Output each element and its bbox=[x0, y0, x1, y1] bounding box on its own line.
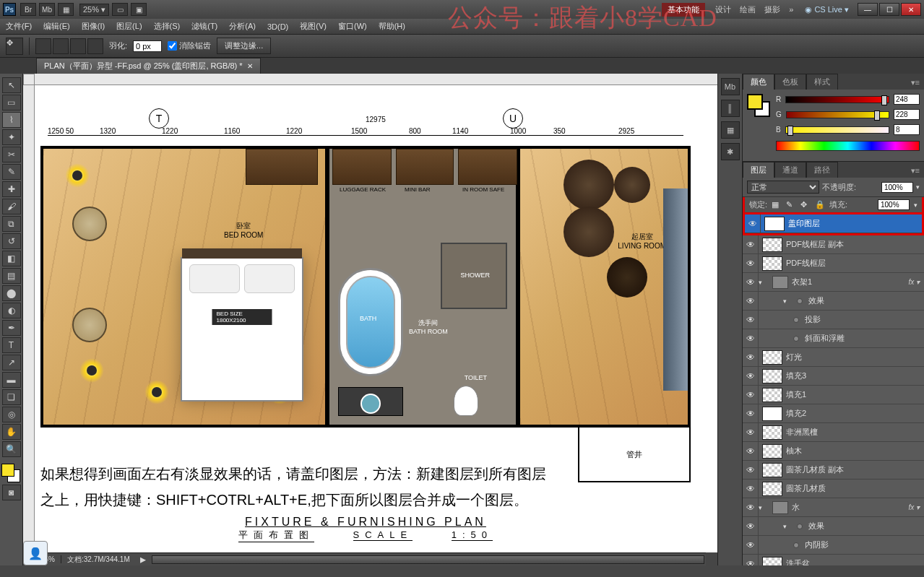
visibility-icon[interactable]: 👁 bbox=[743, 348, 759, 366]
visibility-icon[interactable]: 👁 bbox=[743, 498, 759, 516]
visibility-icon[interactable]: 👁 bbox=[743, 536, 759, 554]
g-input[interactable] bbox=[894, 109, 920, 120]
selection-new-icon[interactable] bbox=[35, 38, 51, 54]
stamp-tool[interactable]: ⧉ bbox=[2, 216, 21, 232]
selection-intersect-icon[interactable] bbox=[87, 38, 103, 54]
menu-analysis[interactable]: 分析(A) bbox=[223, 21, 262, 32]
lasso-tool[interactable]: ⌇ bbox=[2, 112, 21, 128]
layer-row[interactable]: 👁圆茶几材质 副本 bbox=[743, 461, 924, 480]
crop-tool[interactable]: ✂ bbox=[2, 147, 21, 162]
visibility-icon[interactable]: 👁 bbox=[745, 214, 761, 233]
g-slider[interactable] bbox=[786, 111, 889, 118]
wand-tool[interactable]: ✦ bbox=[2, 129, 21, 145]
antialias-checkbox[interactable]: 消除锯齿 bbox=[168, 40, 211, 51]
marquee-tool[interactable]: ▭ bbox=[2, 95, 21, 110]
view-extras-icon[interactable]: ▦ bbox=[58, 3, 74, 16]
layer-row[interactable]: 👁▾水fx ▾ bbox=[743, 498, 924, 517]
tab-styles[interactable]: 样式 bbox=[806, 74, 838, 90]
blend-mode-select[interactable]: 正常 bbox=[747, 181, 819, 194]
b-input[interactable] bbox=[894, 124, 920, 135]
layer-row[interactable]: 👁填充2 bbox=[743, 404, 924, 423]
layer-row[interactable]: 👁非洲黑檀 bbox=[743, 423, 924, 442]
layer-row[interactable]: 👁▾效果 bbox=[743, 517, 924, 536]
visibility-icon[interactable]: 👁 bbox=[743, 386, 759, 404]
layer-row[interactable]: 👁圆茶几材质 bbox=[743, 480, 924, 498]
visibility-icon[interactable]: 👁 bbox=[743, 480, 759, 498]
visibility-icon[interactable]: 👁 bbox=[743, 517, 759, 535]
scroll-thumb[interactable] bbox=[152, 555, 704, 564]
layer-row[interactable]: 👁填充1 bbox=[743, 386, 924, 404]
quickmask-tool[interactable]: ◙ bbox=[2, 485, 21, 500]
zoom-select[interactable]: 25% ▾ bbox=[79, 4, 109, 16]
tab-close-icon[interactable]: ✕ bbox=[247, 62, 253, 70]
bridge-icon[interactable]: Br bbox=[20, 3, 36, 16]
document-tab[interactable]: PLAN（平面）异型 -FF.psd @ 25% (盖印图层, RGB/8) *… bbox=[36, 58, 261, 74]
cs-live-button[interactable]: ◉ CS Live ▾ bbox=[805, 5, 849, 14]
close-button[interactable]: ✕ bbox=[901, 3, 921, 16]
visibility-icon[interactable]: 👁 bbox=[743, 423, 759, 441]
lock-move-icon[interactable]: ✥ bbox=[800, 200, 811, 210]
minimize-button[interactable]: — bbox=[858, 3, 878, 16]
layer-row[interactable]: 👁洗手盆 bbox=[743, 555, 924, 565]
path-tool[interactable]: ↗ bbox=[2, 355, 21, 370]
opacity-input[interactable]: 100% bbox=[881, 182, 913, 193]
menu-select[interactable]: 选择(S) bbox=[148, 21, 186, 32]
visibility-icon[interactable]: 👁 bbox=[743, 442, 759, 460]
ruler-horizontal[interactable] bbox=[35, 74, 717, 85]
eyedropper-tool[interactable]: ✎ bbox=[2, 164, 21, 180]
tab-paths[interactable]: 路径 bbox=[806, 162, 838, 178]
tab-layers[interactable]: 图层 bbox=[743, 162, 774, 178]
workspace-design[interactable]: 设计 bbox=[715, 4, 731, 15]
canvas[interactable]: T U 12975 1250 50 1320 1220 1160 1220 15… bbox=[35, 85, 717, 552]
feather-input[interactable] bbox=[133, 40, 162, 52]
tab-swatches[interactable]: 色板 bbox=[774, 74, 806, 90]
history-panel-icon[interactable]: ║ bbox=[721, 100, 740, 117]
b-slider[interactable] bbox=[785, 126, 889, 134]
menu-layer[interactable]: 图层(L) bbox=[111, 21, 147, 32]
menu-image[interactable]: 图像(I) bbox=[76, 21, 111, 32]
visibility-icon[interactable]: 👁 bbox=[743, 404, 759, 422]
hand-tool[interactable]: ✋ bbox=[2, 424, 21, 440]
layer-row[interactable]: 👁斜面和浮雕 bbox=[743, 329, 924, 348]
layer-row[interactable]: 👁▾效果 bbox=[743, 292, 924, 311]
swatches-panel-icon[interactable]: ▦ bbox=[721, 121, 740, 139]
layer-row[interactable]: 👁PDF线框层 bbox=[743, 254, 924, 273]
color-swatches[interactable] bbox=[1, 464, 22, 484]
visibility-icon[interactable]: 👁 bbox=[743, 461, 759, 479]
selection-add-icon[interactable] bbox=[53, 38, 69, 54]
menu-filter[interactable]: 滤镜(T) bbox=[186, 21, 223, 32]
r-slider[interactable] bbox=[785, 96, 889, 103]
maximize-button[interactable]: ☐ bbox=[879, 3, 899, 16]
blur-tool[interactable]: ⬤ bbox=[2, 285, 21, 301]
lock-paint-icon[interactable]: ✎ bbox=[786, 200, 796, 210]
visibility-icon[interactable]: 👁 bbox=[743, 367, 759, 385]
workspace-paint[interactable]: 绘画 bbox=[740, 4, 756, 15]
fill-input[interactable]: 100% bbox=[878, 199, 910, 210]
minibridge-panel-icon[interactable]: Mb bbox=[721, 78, 740, 95]
workspace-more[interactable]: » bbox=[789, 5, 793, 14]
doc-info[interactable]: 文档:32.7M/344.1M bbox=[61, 555, 136, 565]
menu-3d[interactable]: 3D(D) bbox=[262, 22, 294, 31]
menu-help[interactable]: 帮助(H) bbox=[373, 21, 411, 32]
selection-subtract-icon[interactable] bbox=[70, 38, 86, 54]
spectrum-bar[interactable] bbox=[776, 141, 920, 151]
brushes-panel-icon[interactable]: ✱ bbox=[721, 143, 740, 160]
visibility-icon[interactable]: 👁 bbox=[743, 329, 759, 347]
screen-mode-icon[interactable]: ▣ bbox=[131, 3, 147, 16]
visibility-icon[interactable]: 👁 bbox=[743, 273, 759, 291]
visibility-icon[interactable]: 👁 bbox=[743, 292, 759, 310]
shape-tool[interactable]: ▬ bbox=[2, 372, 21, 388]
ruler-vertical[interactable] bbox=[23, 85, 35, 552]
menu-view[interactable]: 视图(V) bbox=[294, 21, 332, 32]
panel-menu-icon[interactable]: ▾≡ bbox=[907, 76, 924, 90]
lock-all-icon[interactable]: 🔒 bbox=[815, 200, 825, 210]
arrange-icon[interactable]: ▭ bbox=[112, 3, 128, 16]
zoom-tool[interactable]: 🔍 bbox=[2, 441, 21, 457]
3d-camera-tool[interactable]: ◎ bbox=[2, 407, 21, 422]
workspace-active[interactable]: 基本功能 bbox=[662, 3, 705, 17]
r-input[interactable] bbox=[894, 94, 920, 105]
lock-trans-icon[interactable]: ▦ bbox=[772, 200, 782, 210]
menu-file[interactable]: 文件(F) bbox=[0, 21, 38, 32]
layer-row[interactable]: 👁内阴影 bbox=[743, 536, 924, 555]
layer-row[interactable]: 👁填充3 bbox=[743, 367, 924, 386]
